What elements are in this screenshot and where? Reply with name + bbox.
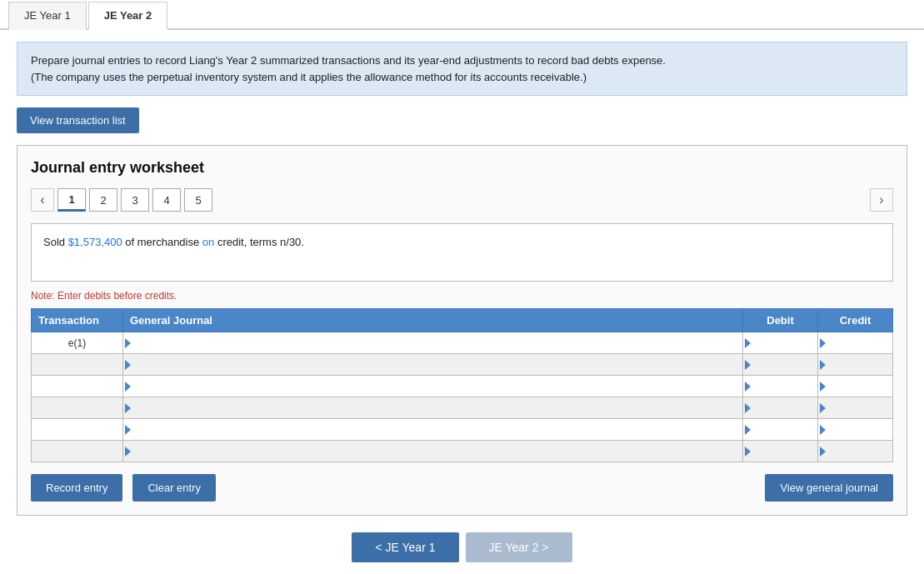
cell-transaction-3 bbox=[32, 376, 123, 397]
cell-credit-1[interactable] bbox=[818, 332, 893, 354]
input-gj-1[interactable] bbox=[123, 332, 742, 353]
pagination: ‹ 1 2 3 4 5 › bbox=[31, 188, 893, 212]
table-row bbox=[32, 376, 893, 397]
input-gj-3[interactable] bbox=[123, 376, 742, 397]
cell-gj-1[interactable] bbox=[123, 332, 743, 354]
info-line-2: (The company uses the perpetual inventor… bbox=[31, 69, 893, 86]
input-credit-1[interactable] bbox=[818, 332, 892, 353]
col-header-transaction: Transaction bbox=[32, 309, 123, 332]
tab-je-year-1[interactable]: JE Year 1 bbox=[8, 2, 87, 30]
table-row bbox=[32, 397, 893, 419]
page-3[interactable]: 3 bbox=[121, 188, 149, 212]
page-2[interactable]: 2 bbox=[89, 188, 117, 212]
table-row bbox=[32, 354, 893, 376]
cell-transaction-6 bbox=[32, 441, 123, 462]
cell-transaction-2 bbox=[32, 354, 123, 376]
cell-credit-2[interactable] bbox=[818, 354, 893, 376]
input-debit-1[interactable] bbox=[743, 332, 817, 353]
cell-debit-1[interactable] bbox=[743, 332, 818, 354]
cell-debit-5[interactable] bbox=[743, 419, 818, 441]
tab-bar: JE Year 1 JE Year 2 bbox=[0, 0, 924, 30]
col-header-general-journal: General Journal bbox=[123, 309, 743, 332]
next-page-button[interactable]: › bbox=[870, 188, 893, 212]
note-text: Note: Enter debits before credits. bbox=[31, 290, 893, 302]
bottom-navigation: < JE Year 1 JE Year 2 > bbox=[0, 532, 924, 562]
cell-credit-4[interactable] bbox=[818, 397, 893, 419]
prev-page-button[interactable]: ‹ bbox=[31, 188, 54, 212]
cell-gj-6[interactable] bbox=[123, 441, 743, 462]
view-general-journal-button[interactable]: View general journal bbox=[765, 474, 893, 502]
info-line-1: Prepare journal entries to record Liang'… bbox=[31, 52, 893, 69]
page-5[interactable]: 5 bbox=[184, 188, 212, 212]
cell-gj-5[interactable] bbox=[123, 419, 743, 441]
input-gj-5[interactable] bbox=[123, 419, 742, 440]
cell-transaction-1: e(1) bbox=[32, 332, 123, 354]
view-transaction-button[interactable]: View transaction list bbox=[17, 107, 139, 133]
cell-debit-4[interactable] bbox=[743, 397, 818, 419]
record-entry-button[interactable]: Record entry bbox=[31, 474, 122, 502]
input-credit-5[interactable] bbox=[818, 419, 892, 440]
input-debit-6[interactable] bbox=[743, 441, 817, 462]
table-row bbox=[32, 419, 893, 441]
cell-gj-3[interactable] bbox=[123, 376, 743, 397]
prev-nav-button[interactable]: < JE Year 1 bbox=[352, 532, 458, 562]
clear-entry-button[interactable]: Clear entry bbox=[132, 474, 216, 502]
table-row: e(1) bbox=[32, 332, 893, 354]
input-credit-6[interactable] bbox=[818, 441, 892, 462]
cell-transaction-4 bbox=[32, 397, 123, 419]
worksheet-title: Journal entry worksheet bbox=[31, 159, 893, 177]
table-row bbox=[32, 441, 893, 462]
input-debit-2[interactable] bbox=[743, 354, 817, 375]
cell-gj-2[interactable] bbox=[123, 354, 743, 376]
cell-debit-2[interactable] bbox=[743, 354, 818, 376]
input-debit-4[interactable] bbox=[743, 397, 817, 418]
journal-entry-worksheet: Journal entry worksheet ‹ 1 2 3 4 5 › So… bbox=[17, 145, 907, 516]
trans-desc-text: Sold $1,573,400 of merchandise on credit… bbox=[43, 236, 304, 248]
input-credit-3[interactable] bbox=[818, 376, 892, 397]
input-credit-2[interactable] bbox=[818, 354, 892, 375]
cell-debit-6[interactable] bbox=[743, 441, 818, 462]
page-4[interactable]: 4 bbox=[152, 188, 181, 212]
input-gj-4[interactable] bbox=[123, 397, 742, 418]
input-debit-3[interactable] bbox=[743, 376, 817, 397]
input-credit-4[interactable] bbox=[818, 397, 892, 418]
cell-credit-3[interactable] bbox=[818, 376, 893, 397]
page-1[interactable]: 1 bbox=[57, 188, 86, 212]
cell-gj-4[interactable] bbox=[123, 397, 743, 419]
tab-je-year-2[interactable]: JE Year 2 bbox=[88, 2, 168, 30]
col-header-credit: Credit bbox=[818, 309, 893, 332]
journal-table: Transaction General Journal Debit Credit… bbox=[31, 308, 893, 462]
input-gj-6[interactable] bbox=[123, 441, 742, 462]
input-debit-5[interactable] bbox=[743, 419, 817, 440]
info-box: Prepare journal entries to record Liang'… bbox=[17, 42, 907, 96]
action-buttons-row: Record entry Clear entry View general jo… bbox=[31, 474, 893, 502]
transaction-description: Sold $1,573,400 of merchandise on credit… bbox=[31, 223, 893, 282]
cell-transaction-5 bbox=[32, 419, 123, 441]
input-gj-2[interactable] bbox=[123, 354, 742, 375]
next-nav-button: JE Year 2 > bbox=[466, 532, 572, 562]
col-header-debit: Debit bbox=[743, 309, 818, 332]
cell-debit-3[interactable] bbox=[743, 376, 818, 397]
cell-credit-6[interactable] bbox=[818, 441, 893, 462]
cell-credit-5[interactable] bbox=[818, 419, 893, 441]
